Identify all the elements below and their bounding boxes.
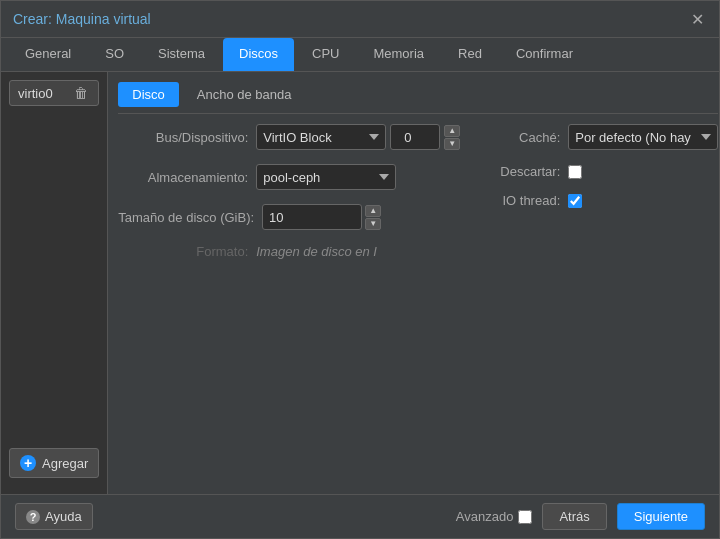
avanzado-wrap: Avanzado: [456, 509, 533, 524]
discard-label: Descartar:: [480, 164, 560, 179]
size-label: Tamaño de disco (GiB):: [118, 210, 254, 225]
storage-label: Almacenamiento:: [118, 170, 248, 185]
size-spinner: ▲ ▼: [365, 205, 381, 230]
format-label: Formato:: [118, 244, 248, 259]
main-content: virtio0 🗑 + Agregar Disco Ancho de banda: [1, 72, 719, 494]
bus-spinner: ▲ ▼: [444, 125, 460, 150]
add-label: Agregar: [42, 456, 88, 471]
bus-spinner-down[interactable]: ▼: [444, 138, 460, 150]
tab-sistema[interactable]: Sistema: [142, 38, 221, 71]
storage-select[interactable]: pool-ceph: [256, 164, 396, 190]
back-button[interactable]: Atrás: [542, 503, 606, 530]
iothread-row: IO thread:: [480, 193, 718, 208]
bus-num-input[interactable]: [390, 124, 440, 150]
avanzado-checkbox[interactable]: [518, 510, 532, 524]
bottom-bar: ? Ayuda Avanzado Atrás Siguiente: [1, 494, 719, 538]
dialog-title: Crear: Maquina virtual: [13, 11, 151, 27]
discard-row: Descartar:: [480, 164, 718, 179]
iothread-label: IO thread:: [480, 193, 560, 208]
bus-row: Bus/Dispositivo: VirtIO Block ▲ ▼: [118, 124, 460, 150]
bus-label: Bus/Dispositivo:: [118, 130, 248, 145]
tab-general[interactable]: General: [9, 38, 87, 71]
add-disk-button[interactable]: + Agregar: [9, 448, 99, 478]
tab-confirmar[interactable]: Confirmar: [500, 38, 589, 71]
size-spinner-up[interactable]: ▲: [365, 205, 381, 217]
delete-disk-button[interactable]: 🗑: [72, 85, 90, 101]
help-label: Ayuda: [45, 509, 82, 524]
dialog: Crear: Maquina virtual ✕ General SO Sist…: [0, 0, 720, 539]
form-area: Bus/Dispositivo: VirtIO Block ▲ ▼: [118, 124, 718, 484]
tab-discos[interactable]: Discos: [223, 38, 294, 71]
size-input[interactable]: [262, 204, 362, 230]
bottom-right: Avanzado Atrás Siguiente: [456, 503, 705, 530]
cache-label: Caché:: [480, 130, 560, 145]
cache-select[interactable]: Por defecto (No hay: [568, 124, 718, 150]
bus-spinner-up[interactable]: ▲: [444, 125, 460, 137]
cache-row: Caché: Por defecto (No hay: [480, 124, 718, 150]
title-bar: Crear: Maquina virtual ✕: [1, 1, 719, 38]
help-icon: ?: [26, 510, 40, 524]
format-value: Imagen de disco en I: [256, 244, 377, 259]
sub-tab-disco[interactable]: Disco: [118, 82, 179, 107]
help-button[interactable]: ? Ayuda: [15, 503, 93, 530]
iothread-checkbox-wrap: [568, 194, 582, 208]
sub-tab-bar: Disco Ancho de banda: [118, 82, 718, 114]
form-col-left: Bus/Dispositivo: VirtIO Block ▲ ▼: [118, 124, 460, 484]
size-row: Tamaño de disco (GiB): ▲ ▼: [118, 204, 460, 230]
tab-so[interactable]: SO: [89, 38, 140, 71]
size-spinner-down[interactable]: ▼: [365, 218, 381, 230]
avanzado-label: Avanzado: [456, 509, 514, 524]
disk-name: virtio0: [18, 86, 53, 101]
discard-checkbox[interactable]: [568, 165, 582, 179]
left-panel: virtio0 🗑 + Agregar: [1, 72, 108, 494]
add-icon: +: [20, 455, 36, 471]
tab-cpu[interactable]: CPU: [296, 38, 355, 71]
close-button[interactable]: ✕: [687, 9, 707, 29]
form-col-right: Caché: Por defecto (No hay Descartar:: [480, 124, 718, 484]
tab-red[interactable]: Red: [442, 38, 498, 71]
storage-row: Almacenamiento: pool-ceph: [118, 164, 460, 190]
bus-controls: VirtIO Block ▲ ▼: [256, 124, 460, 150]
discard-checkbox-wrap: [568, 165, 582, 179]
tab-bar: General SO Sistema Discos CPU Memoria Re…: [1, 38, 719, 72]
next-button[interactable]: Siguiente: [617, 503, 705, 530]
bus-select[interactable]: VirtIO Block: [256, 124, 386, 150]
disk-item-virtio0[interactable]: virtio0 🗑: [9, 80, 99, 106]
tab-memoria[interactable]: Memoria: [357, 38, 440, 71]
iothread-checkbox[interactable]: [568, 194, 582, 208]
sub-tab-ancho[interactable]: Ancho de banda: [183, 82, 306, 107]
right-panel: Disco Ancho de banda Bus/Dispositivo: Vi…: [108, 72, 719, 494]
format-row: Formato: Imagen de disco en I: [118, 244, 460, 259]
